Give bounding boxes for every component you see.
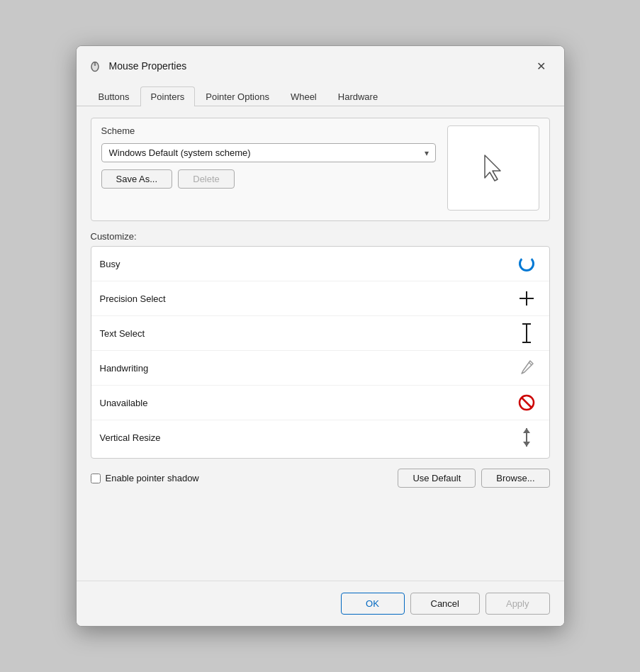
shadow-buttons: Use Default Browse... [398, 469, 549, 488]
dialog-title: Mouse Properties [109, 60, 523, 72]
precision-select-icon [512, 286, 541, 311]
tab-pointers[interactable]: Pointers [140, 86, 196, 106]
save-as-button[interactable]: Save As... [101, 169, 173, 189]
browse-button[interactable]: Browse... [481, 469, 549, 488]
cursor-list[interactable]: Busy Precision Select [91, 246, 550, 459]
apply-button[interactable]: Apply [485, 593, 550, 615]
vertical-resize-icon [512, 425, 541, 450]
list-item[interactable]: Busy [91, 247, 549, 281]
text-select-icon [512, 320, 541, 346]
use-default-button[interactable]: Use Default [398, 469, 476, 488]
scheme-section: Scheme Windows Default (system scheme) W… [91, 118, 550, 221]
scheme-dropdown-wrapper: Windows Default (system scheme) Windows … [101, 143, 436, 162]
enable-pointer-shadow-label[interactable]: Enable pointer shadow [91, 473, 199, 483]
list-item[interactable]: Unavailable [91, 386, 549, 420]
cursor-arrow-preview [481, 152, 506, 184]
list-item[interactable]: Handwriting [91, 351, 549, 386]
svg-line-8 [529, 362, 532, 365]
busy-icon [512, 251, 541, 276]
close-button[interactable]: ✕ [530, 55, 553, 77]
tab-pointer-options[interactable]: Pointer Options [195, 86, 280, 106]
titlebar: Mouse Properties ✕ [77, 46, 564, 77]
cursor-preview [447, 125, 539, 211]
tab-bar: Buttons Pointers Pointer Options Wheel H… [77, 80, 564, 106]
delete-button[interactable]: Delete [178, 169, 235, 189]
scheme-controls: Scheme Windows Default (system scheme) W… [101, 125, 436, 189]
tab-content: Scheme Windows Default (system scheme) W… [77, 106, 564, 581]
cancel-button[interactable]: Cancel [410, 593, 480, 615]
enable-pointer-shadow-checkbox[interactable] [91, 474, 101, 483]
mouse-properties-dialog: Mouse Properties ✕ Buttons Pointers Poin… [76, 45, 565, 627]
ok-button[interactable]: OK [341, 593, 405, 615]
handwriting-icon [512, 355, 541, 381]
tab-wheel[interactable]: Wheel [280, 86, 327, 106]
list-item[interactable]: Precision Select [91, 281, 549, 316]
scheme-label: Scheme [101, 125, 436, 136]
customize-label: Customize: [91, 231, 550, 242]
pointer-shadow-row: Enable pointer shadow Use Default Browse… [91, 469, 550, 488]
svg-marker-12 [523, 428, 530, 433]
tab-hardware[interactable]: Hardware [327, 86, 388, 106]
cursor-list-items: Busy Precision Select [91, 247, 549, 458]
dialog-footer: OK Cancel Apply [77, 581, 564, 626]
scheme-select[interactable]: Windows Default (system scheme) Windows … [101, 143, 436, 162]
titlebar-mouse-icon [88, 59, 102, 73]
tab-buttons[interactable]: Buttons [88, 86, 140, 106]
unavailable-icon [512, 390, 541, 415]
svg-marker-13 [523, 442, 530, 447]
scheme-buttons: Save As... Delete [101, 169, 436, 189]
svg-point-2 [94, 63, 96, 66]
list-item[interactable]: Vertical Resize [91, 420, 549, 454]
list-item[interactable]: Text Select [91, 316, 549, 351]
